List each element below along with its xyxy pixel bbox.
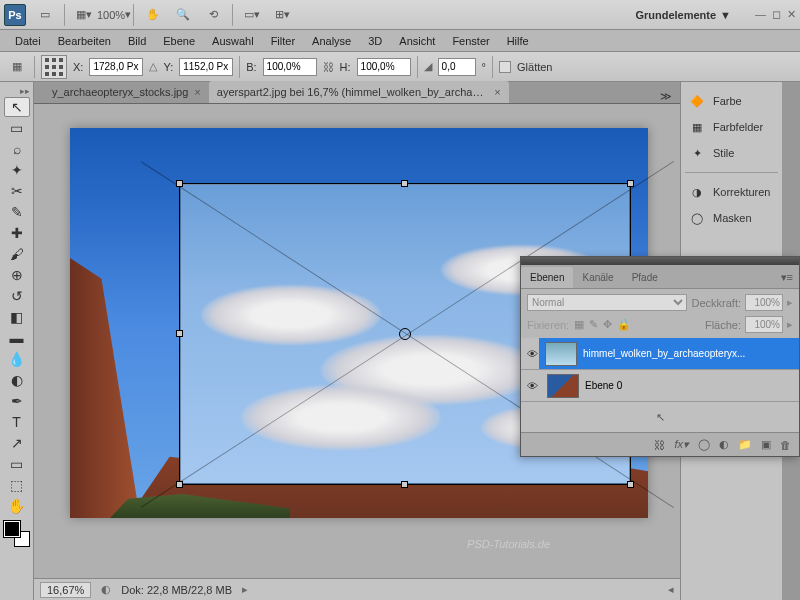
document-tab[interactable]: ayerspart2.jpg bei 16,7% (himmel_wolken_… xyxy=(209,81,509,103)
tab-kanaele[interactable]: Kanäle xyxy=(573,267,622,288)
transform-handle[interactable] xyxy=(401,180,408,187)
hand-tool-icon[interactable]: ✋ xyxy=(4,496,30,516)
layer-item[interactable]: 👁 himmel_wolken_by_archaeopteryx... xyxy=(521,338,799,370)
eyedropper-tool-icon[interactable]: ✎ xyxy=(4,202,30,222)
menu-item[interactable]: Datei xyxy=(8,32,48,50)
delta-icon[interactable]: △ xyxy=(149,60,157,73)
bridge-icon[interactable]: ▭ xyxy=(34,4,56,26)
link-icon[interactable]: ⛓ xyxy=(323,61,334,73)
tab-pfade[interactable]: Pfade xyxy=(623,267,667,288)
delete-layer-icon[interactable]: 🗑 xyxy=(780,439,791,451)
healing-tool-icon[interactable]: ✚ xyxy=(4,223,30,243)
color-swatches[interactable] xyxy=(4,521,30,547)
blur-tool-icon[interactable]: 💧 xyxy=(4,349,30,369)
move-tool-icon[interactable]: ↖ xyxy=(4,97,30,117)
opacity-input[interactable] xyxy=(745,294,783,311)
transform-center-icon[interactable] xyxy=(399,328,411,340)
marquee-tool-icon[interactable]: ▭ xyxy=(4,118,30,138)
panel-farbfelder[interactable]: ▦Farbfelder xyxy=(681,114,782,140)
scroll-left-icon[interactable]: ◂ xyxy=(668,583,674,596)
menu-item[interactable]: Analyse xyxy=(305,32,358,50)
minimize-icon[interactable]: — xyxy=(755,8,766,21)
rotate-icon[interactable]: ⟲ xyxy=(202,4,224,26)
hand-icon[interactable]: ✋ xyxy=(142,4,164,26)
path-tool-icon[interactable]: ↗ xyxy=(4,433,30,453)
layer-thumbnail[interactable] xyxy=(547,374,579,398)
visibility-icon[interactable]: 👁 xyxy=(521,338,539,369)
lasso-tool-icon[interactable]: ⌕ xyxy=(4,139,30,159)
menu-item[interactable]: Ebene xyxy=(156,32,202,50)
tab-scroll-icon[interactable]: ≫ xyxy=(652,90,680,103)
transform-handle[interactable] xyxy=(627,180,634,187)
zoom-dropdown[interactable]: 100%▾ xyxy=(103,4,125,26)
new-layer-icon[interactable]: ▣ xyxy=(761,438,771,451)
reference-point-icon[interactable] xyxy=(41,55,67,79)
fill-input[interactable] xyxy=(745,316,783,333)
angle-input[interactable] xyxy=(438,58,476,76)
zoom-icon[interactable]: 🔍 xyxy=(172,4,194,26)
lock-paint-icon[interactable]: ✎ xyxy=(589,318,598,331)
group-icon[interactable]: 📁 xyxy=(738,438,752,451)
eraser-tool-icon[interactable]: ◧ xyxy=(4,307,30,327)
layer-name[interactable]: himmel_wolken_by_archaeopteryx... xyxy=(583,348,745,359)
smooth-checkbox[interactable] xyxy=(499,61,511,73)
extras-icon[interactable]: ⊞▾ xyxy=(271,4,293,26)
close-tab-icon[interactable]: × xyxy=(194,86,200,98)
screen-mode-icon[interactable]: ▭▾ xyxy=(241,4,263,26)
wand-tool-icon[interactable]: ✦ xyxy=(4,160,30,180)
zoom-value[interactable]: 16,67% xyxy=(40,582,91,598)
menu-item[interactable]: Ansicht xyxy=(392,32,442,50)
transform-handle[interactable] xyxy=(176,180,183,187)
w-input[interactable] xyxy=(263,58,317,76)
pen-tool-icon[interactable]: ✒ xyxy=(4,391,30,411)
workspace-switcher[interactable]: Grundelemente▼ xyxy=(629,5,737,25)
menu-item[interactable]: Bearbeiten xyxy=(51,32,118,50)
adjustment-layer-icon[interactable]: ◐ xyxy=(719,438,729,451)
menu-item[interactable]: Fenster xyxy=(445,32,496,50)
transform-handle[interactable] xyxy=(401,481,408,488)
menu-item[interactable]: Filter xyxy=(264,32,302,50)
history-brush-icon[interactable]: ↺ xyxy=(4,286,30,306)
arrange-icon[interactable]: ▦▾ xyxy=(73,4,95,26)
layer-item[interactable]: 👁 Ebene 0 xyxy=(521,370,799,402)
layer-list-empty[interactable]: ↖ xyxy=(521,402,799,432)
tab-ebenen[interactable]: Ebenen xyxy=(521,267,573,288)
visibility-icon[interactable]: 👁 xyxy=(527,380,541,392)
transform-tool-icon[interactable]: ▦ xyxy=(6,56,28,78)
fill-flyout-icon[interactable]: ▸ xyxy=(787,318,793,331)
status-arrow-icon[interactable]: ▸ xyxy=(242,583,248,596)
panel-masken[interactable]: ◯Masken xyxy=(681,205,782,231)
shape-tool-icon[interactable]: ▭ xyxy=(4,454,30,474)
menu-item[interactable]: 3D xyxy=(361,32,389,50)
crop-tool-icon[interactable]: ✂ xyxy=(4,181,30,201)
close-tab-icon[interactable]: × xyxy=(494,86,500,98)
type-tool-icon[interactable]: T xyxy=(4,412,30,432)
lock-move-icon[interactable]: ✥ xyxy=(603,318,612,331)
menu-item[interactable]: Hilfe xyxy=(500,32,536,50)
gradient-tool-icon[interactable]: ▬ xyxy=(4,328,30,348)
maximize-icon[interactable]: ◻ xyxy=(772,8,781,21)
panel-farbe[interactable]: 🔶Farbe xyxy=(681,88,782,114)
blend-mode-select[interactable]: Normal xyxy=(527,294,687,311)
stamp-tool-icon[interactable]: ⊕ xyxy=(4,265,30,285)
panel-korrekturen[interactable]: ◑Korrekturen xyxy=(681,179,782,205)
layer-name[interactable]: Ebene 0 xyxy=(585,380,622,391)
panel-menu-icon[interactable]: ▾≡ xyxy=(775,267,799,288)
panel-stile[interactable]: ✦Stile xyxy=(681,140,782,166)
close-icon[interactable]: ✕ xyxy=(787,8,796,21)
status-icon[interactable]: ◐ xyxy=(101,583,111,596)
link-layers-icon[interactable]: ⛓ xyxy=(654,439,665,451)
brush-tool-icon[interactable]: 🖌 xyxy=(4,244,30,264)
lock-all-icon[interactable]: 🔒 xyxy=(617,318,631,331)
opacity-flyout-icon[interactable]: ▸ xyxy=(787,296,793,309)
panel-drag-bar[interactable] xyxy=(521,257,799,265)
menu-item[interactable]: Auswahl xyxy=(205,32,261,50)
transform-handle[interactable] xyxy=(176,330,183,337)
3d-tool-icon[interactable]: ⬚ xyxy=(4,475,30,495)
menu-item[interactable]: Bild xyxy=(121,32,153,50)
lock-pixels-icon[interactable]: ▦ xyxy=(574,318,584,331)
transform-handle[interactable] xyxy=(176,481,183,488)
transform-handle[interactable] xyxy=(627,481,634,488)
document-tab[interactable]: y_archaeopteryx_stocks.jpg× xyxy=(44,81,209,103)
mask-icon[interactable]: ◯ xyxy=(698,438,710,451)
